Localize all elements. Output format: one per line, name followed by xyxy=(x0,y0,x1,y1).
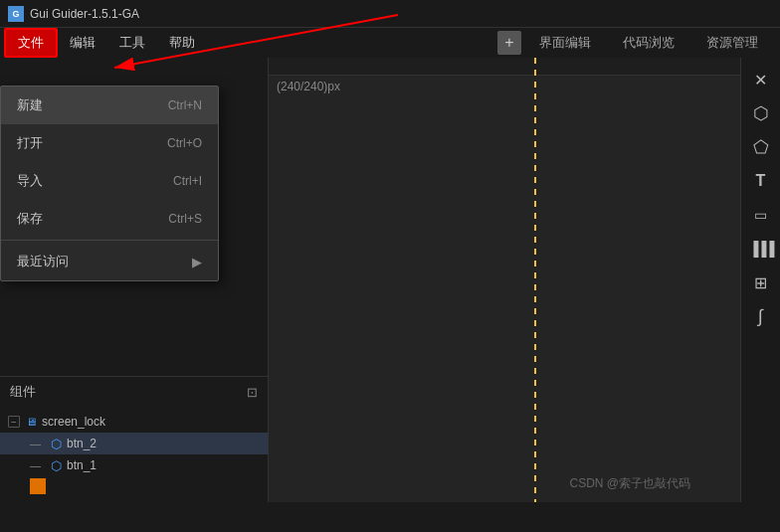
ruler-top: (240/240)px xyxy=(269,58,740,76)
tool-image[interactable]: ⊞ xyxy=(746,268,776,296)
top-section: 文件 编辑 工具 帮助 + 界面编辑 代码浏览 资源管理 xyxy=(0,28,780,58)
tree-item-orange[interactable] xyxy=(0,476,268,498)
menu-tabs-row: 文件 编辑 工具 帮助 + 界面编辑 代码浏览 资源管理 xyxy=(0,28,780,58)
menu-item-file[interactable]: 文件 xyxy=(4,28,58,58)
right-toolbar: ✕ ⬡ ⬠ T ▭ ▐▐▐ ⊞ ∫ xyxy=(740,58,780,502)
add-tab-button[interactable]: + xyxy=(497,31,521,55)
dropdown-item-recent[interactable]: 最近访问 ▶ xyxy=(1,243,218,280)
dropdown-divider xyxy=(1,240,218,241)
component-tree-header: 组件 ⊡ xyxy=(0,376,268,407)
canvas-area[interactable]: (240/240)px CSDN @索子也敲代码 xyxy=(269,58,740,502)
tabs-right: + 界面编辑 代码浏览 资源管理 xyxy=(493,28,780,58)
dashed-indicator xyxy=(534,58,536,502)
menu-item-edit[interactable]: 编辑 xyxy=(58,30,107,56)
dropdown-item-import[interactable]: 导入 Ctrl+I xyxy=(1,162,218,200)
coordinates-display: (240/240)px xyxy=(277,80,340,93)
tool-chart[interactable]: ▐▐▐ xyxy=(746,235,776,263)
dropdown-item-save[interactable]: 保存 Ctrl+S xyxy=(1,200,218,238)
tool-rect[interactable]: ▭ xyxy=(746,201,776,229)
screen-icon: 🖥 xyxy=(24,415,38,429)
app-title: Gui Guider-1.5.1-GA xyxy=(30,7,139,21)
component-tree: − 🖥 screen_lock — ⬡ btn_2 — ⬡ btn_1 xyxy=(0,407,268,502)
menu-bar: 文件 编辑 工具 帮助 xyxy=(0,28,211,58)
dropdown-item-new[interactable]: 新建 Ctrl+N xyxy=(1,87,218,124)
component-tree-label: 组件 xyxy=(10,383,36,401)
tool-text[interactable]: T xyxy=(746,167,776,195)
watermark: CSDN @索子也敲代码 xyxy=(569,475,690,492)
btn1-icon: ⬡ xyxy=(49,458,63,472)
menu-item-help[interactable]: 帮助 xyxy=(157,30,207,56)
tool-select[interactable]: ⬡ xyxy=(746,99,776,127)
tool-move[interactable]: ✕ xyxy=(746,66,776,93)
tree-item-btn1[interactable]: — ⬡ btn_1 xyxy=(0,454,268,476)
tab-resource-mgr[interactable]: 资源管理 xyxy=(692,28,772,58)
tab-code-browse[interactable]: 代码浏览 xyxy=(609,28,688,58)
expand-icon[interactable]: ⊡ xyxy=(247,385,258,400)
title-bar: G Gui Guider-1.5.1-GA xyxy=(0,0,780,28)
dropdown-item-open[interactable]: 打开 Ctrl+O xyxy=(1,124,218,162)
collapse-icon[interactable]: − xyxy=(8,416,20,428)
tool-shape[interactable]: ⬠ xyxy=(746,133,776,161)
tree-item-screen-lock[interactable]: − 🖥 screen_lock xyxy=(0,411,268,433)
tab-ui-edit[interactable]: 界面编辑 xyxy=(525,28,605,58)
btn2-icon: ⬡ xyxy=(49,437,63,450)
menu-item-tools[interactable]: 工具 xyxy=(107,30,157,56)
app-icon: G xyxy=(8,6,24,22)
orange-indicator xyxy=(30,478,46,494)
tree-item-btn2[interactable]: — ⬡ btn_2 xyxy=(0,433,268,454)
file-dropdown-menu: 新建 Ctrl+N 打开 Ctrl+O 导入 Ctrl+I 保存 Ctrl+S … xyxy=(0,86,219,281)
tool-curve[interactable]: ∫ xyxy=(746,302,776,330)
